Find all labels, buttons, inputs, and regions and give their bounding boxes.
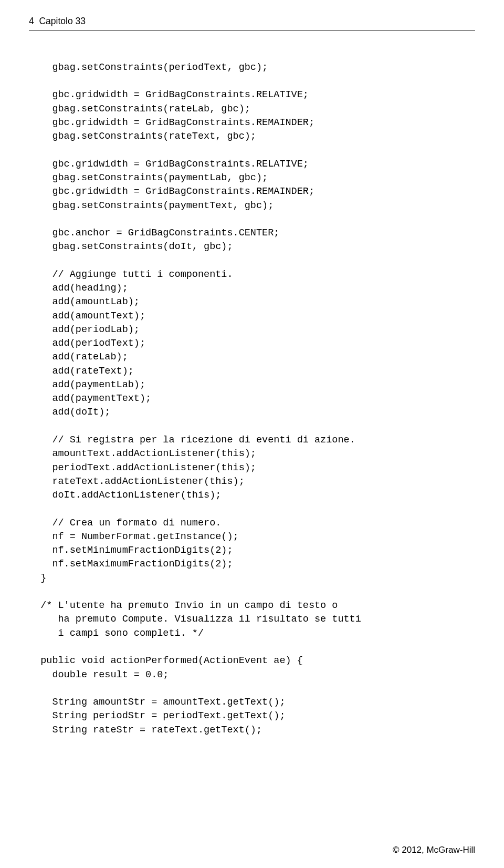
footer-copyright: © 2012, McGraw-Hill — [393, 844, 475, 856]
page: 4 Capitolo 33 gbag.setConstraints(period… — [0, 0, 504, 868]
page-number: 4 — [29, 16, 34, 26]
chapter-title: Capitolo 33 — [39, 16, 86, 26]
header-rule — [29, 30, 475, 30]
running-header: 4 Capitolo 33 — [29, 15, 475, 28]
code-block: gbag.setConstraints(periodText, gbc); gb… — [29, 61, 475, 737]
